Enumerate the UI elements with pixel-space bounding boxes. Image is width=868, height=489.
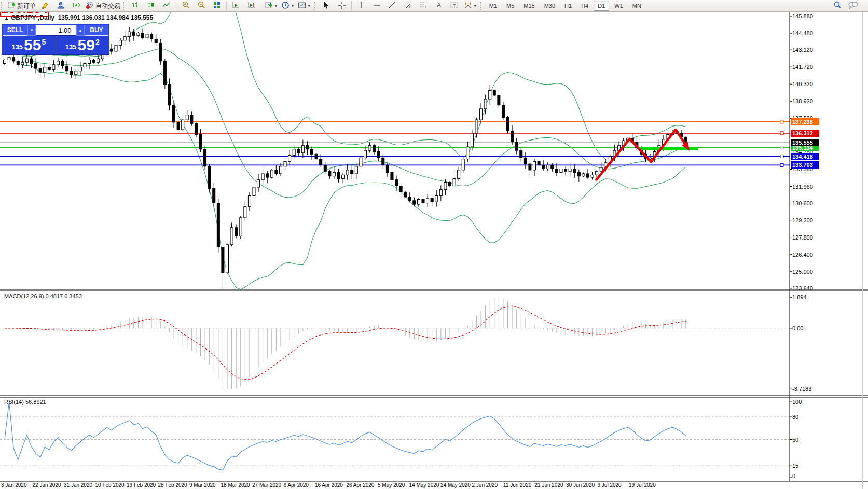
zoom-in-button[interactable] bbox=[178, 0, 194, 11]
search-button[interactable] bbox=[830, 0, 845, 11]
label-button[interactable]: T bbox=[447, 0, 462, 11]
tab-timeframe-mn[interactable]: MN bbox=[628, 1, 645, 11]
templates-button[interactable]: ▼ bbox=[296, 0, 313, 11]
highlighter-button[interactable] bbox=[37, 0, 53, 11]
candle-body bbox=[270, 170, 273, 177]
line-handle[interactable] bbox=[780, 163, 783, 166]
candle-body bbox=[324, 165, 326, 171]
mt4-window: 新订单 自动交易 bbox=[0, 0, 868, 489]
candle-body bbox=[506, 117, 509, 131]
trendline-icon bbox=[388, 1, 396, 11]
channel-button[interactable]: E bbox=[400, 0, 416, 11]
periods-icon bbox=[281, 1, 290, 11]
candle-body bbox=[320, 159, 322, 165]
candle-body bbox=[560, 169, 562, 173]
trend-zigzag-arrow[interactable] bbox=[596, 130, 688, 180]
candle-body bbox=[146, 34, 148, 38]
candle-body bbox=[186, 115, 188, 120]
chevron-down-icon: ▼ bbox=[473, 4, 477, 8]
bollinger-band bbox=[22, 49, 685, 198]
candle-body bbox=[413, 201, 416, 204]
candle-body bbox=[489, 90, 491, 99]
toolbar-grip[interactable] bbox=[123, 2, 127, 10]
text-button[interactable]: A bbox=[431, 0, 447, 11]
candle-body bbox=[328, 171, 331, 176]
toolbar-grip[interactable] bbox=[314, 2, 318, 10]
chat-button[interactable] bbox=[845, 0, 861, 11]
candle-chart-button[interactable] bbox=[143, 0, 159, 11]
candle-body bbox=[404, 192, 407, 197]
candle-body bbox=[79, 67, 81, 71]
line-handle[interactable] bbox=[780, 155, 783, 158]
line-handle[interactable] bbox=[780, 132, 783, 135]
price-tick: 130.600 bbox=[792, 200, 813, 206]
zoom-out-button[interactable] bbox=[194, 0, 209, 11]
candle-body bbox=[84, 64, 86, 67]
sell-price[interactable]: 135 55 5 bbox=[2, 36, 56, 53]
auto-scroll-button[interactable] bbox=[228, 0, 244, 11]
periods-button[interactable]: ▼ bbox=[280, 0, 296, 11]
volume-input[interactable]: 1.00 bbox=[36, 25, 76, 36]
vertical-line-button[interactable] bbox=[353, 0, 369, 11]
toolbar-grip[interactable] bbox=[1, 2, 5, 10]
indicators-button[interactable]: ▼ bbox=[263, 0, 280, 11]
candle-body bbox=[279, 166, 282, 174]
svg-text:T: T bbox=[453, 3, 456, 8]
horizontal-line-button[interactable] bbox=[369, 0, 384, 11]
tab-timeframe-m15[interactable]: M15 bbox=[519, 1, 539, 11]
candle-body bbox=[293, 149, 295, 156]
candle-body bbox=[190, 115, 193, 124]
fibonacci-button[interactable]: F bbox=[416, 0, 431, 11]
candle-body bbox=[177, 122, 180, 130]
volume-decrease-button[interactable]: ▼ bbox=[27, 25, 36, 36]
chart-canvas bbox=[0, 0, 868, 489]
chart-shift-button[interactable] bbox=[244, 0, 259, 11]
macd-axis-tick: -3.7183 bbox=[792, 386, 811, 392]
candle-body bbox=[577, 173, 580, 176]
date-label: 11 Jun 2020 bbox=[503, 482, 531, 488]
crosshair-button[interactable] bbox=[334, 0, 350, 11]
trendline-button[interactable] bbox=[384, 0, 400, 11]
price-tick: 127.800 bbox=[792, 234, 813, 241]
candle-body bbox=[275, 170, 278, 174]
price-tick: 126.400 bbox=[792, 252, 813, 258]
line-handle[interactable] bbox=[780, 120, 783, 123]
toolbar-grip[interactable] bbox=[480, 2, 484, 10]
line-handle[interactable] bbox=[780, 146, 783, 149]
bollinger-band bbox=[22, 0, 685, 159]
tab-timeframe-m5[interactable]: M5 bbox=[502, 1, 518, 11]
profiles-button[interactable] bbox=[53, 0, 68, 11]
tab-timeframe-w1[interactable]: W1 bbox=[610, 1, 627, 11]
cursor-button[interactable] bbox=[319, 0, 334, 11]
signals-button[interactable] bbox=[68, 0, 84, 11]
candle-body bbox=[284, 161, 286, 166]
candle-body bbox=[475, 120, 478, 133]
candle-body bbox=[30, 59, 33, 63]
new-order-button[interactable]: 新订单 bbox=[6, 0, 37, 11]
candle-body bbox=[35, 64, 37, 68]
tab-timeframe-m1[interactable]: M1 bbox=[485, 1, 501, 11]
price-level-label: 133.703 bbox=[791, 161, 819, 169]
tab-timeframe-d1[interactable]: D1 bbox=[594, 1, 609, 11]
one-click-trading-panel: SELL ▼ 1.00 ▲ BUY 135 55 5 135 59 2 bbox=[2, 24, 109, 55]
collapse-icon[interactable]: ▲ bbox=[4, 16, 9, 21]
candle-body bbox=[137, 33, 140, 36]
line-chart-button[interactable] bbox=[159, 0, 174, 11]
buy-price[interactable]: 135 59 2 bbox=[56, 36, 109, 53]
sell-price-main: 55 bbox=[24, 38, 41, 52]
date-label: 3 Jan 2020 bbox=[1, 482, 27, 488]
volume-increase-button[interactable]: ▲ bbox=[76, 25, 85, 36]
candle-body bbox=[311, 149, 313, 154]
tab-timeframe-h1[interactable]: H1 bbox=[560, 1, 576, 11]
sell-button[interactable]: SELL bbox=[3, 25, 27, 36]
tile-windows-button[interactable] bbox=[209, 0, 225, 11]
candle-body bbox=[159, 43, 162, 61]
buy-button[interactable]: BUY bbox=[85, 25, 108, 36]
tab-timeframe-m30[interactable]: M30 bbox=[540, 1, 559, 11]
autotrading-button[interactable]: 自动交易 bbox=[84, 0, 122, 11]
tab-timeframe-h4[interactable]: H4 bbox=[577, 1, 593, 11]
shapes-button[interactable]: ▼ bbox=[462, 0, 479, 11]
candle-body bbox=[573, 169, 576, 173]
bar-chart-button[interactable] bbox=[128, 0, 143, 11]
zoom-in-icon bbox=[182, 1, 190, 11]
